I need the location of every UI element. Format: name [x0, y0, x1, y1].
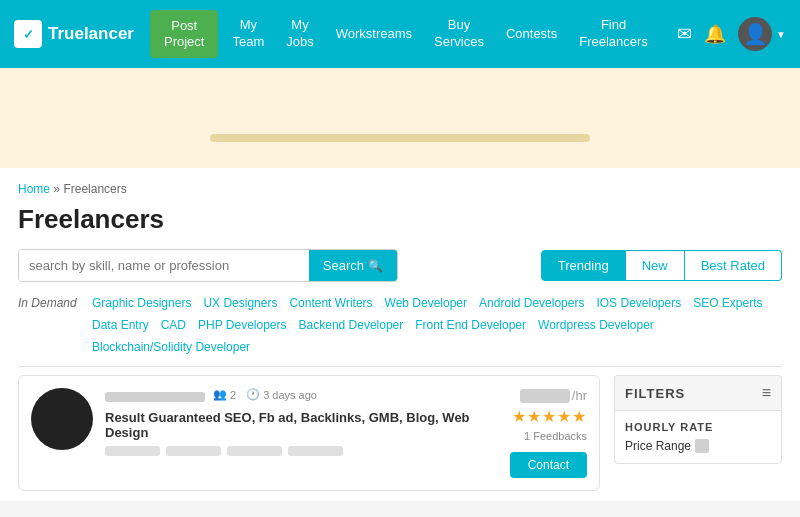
tab-best-rated[interactable]: Best Rated: [685, 250, 782, 281]
post-project-button[interactable]: PostProject: [150, 10, 218, 57]
tag-cad[interactable]: CAD: [155, 316, 192, 334]
tag-seo-experts[interactable]: SEO Experts: [687, 294, 768, 312]
bell-icon[interactable]: 🔔: [704, 23, 726, 45]
avatar-icon: 👤: [743, 22, 768, 46]
listing-right: /hr ★★★★★ 1 Feedbacks Contact: [487, 388, 587, 478]
filters-icon: ≡: [762, 384, 771, 402]
tag-content-writers[interactable]: Content Writers: [283, 294, 378, 312]
filter-tabs: Trending New Best Rated: [541, 250, 782, 281]
filters-hourly-rate-title: HOURLY RATE: [625, 421, 771, 433]
listing-tag-3: [227, 446, 282, 456]
listing-name-placeholder: [105, 392, 205, 402]
breadcrumb-separator: »: [53, 182, 60, 196]
listings: 👥 2 🕐 3 days ago Result Guaranteed SEO, …: [18, 375, 600, 501]
tag-ux-designers[interactable]: UX Designers: [197, 294, 283, 312]
filters-price-block: [695, 439, 709, 453]
filters-price-range-label: Price Range: [625, 439, 691, 453]
listing-rate-value: [520, 389, 570, 403]
tag-android-developers[interactable]: Android Developers: [473, 294, 590, 312]
breadcrumb: Home » Freelancers: [18, 182, 782, 196]
my-jobs-link[interactable]: MyJobs: [278, 11, 321, 57]
banner: [0, 68, 800, 168]
buy-services-link[interactable]: BuyServices: [426, 11, 492, 57]
in-demand-label: In Demand: [18, 294, 86, 310]
content-body: 👥 2 🕐 3 days ago Result Guaranteed SEO, …: [18, 375, 782, 501]
listing-tag-2: [166, 446, 221, 456]
listing-tag-1: [105, 446, 160, 456]
listing-avatar: [31, 388, 93, 450]
tag-wordpress-developer[interactable]: Wordpress Developer: [532, 316, 660, 334]
listing-feedbacks: 1 Feedbacks: [524, 430, 587, 442]
contests-link[interactable]: Contests: [498, 20, 565, 49]
banner-content: [210, 134, 590, 142]
logo-text: Truelancer: [48, 24, 134, 44]
filters-body: HOURLY RATE Price Range: [614, 410, 782, 464]
tab-trending[interactable]: Trending: [541, 250, 626, 281]
in-demand-row: In Demand Graphic Designers UX Designers…: [18, 294, 782, 356]
filters-panel: FILTERS ≡ HOURLY RATE Price Range: [614, 375, 782, 501]
tag-php-developers[interactable]: PHP Developers: [192, 316, 293, 334]
listing-team-size: 👥 2: [213, 388, 236, 401]
nav-icons: ✉ 🔔 👤 ▼: [677, 17, 786, 51]
breadcrumb-home[interactable]: Home: [18, 182, 50, 196]
tag-blockchain-developer[interactable]: Blockchain/Solidity Developer: [86, 338, 256, 356]
people-icon: 👥: [213, 388, 227, 401]
search-row: Search 🔍 Trending New Best Rated: [18, 249, 782, 282]
mail-icon[interactable]: ✉: [677, 23, 692, 45]
avatar-chevron-icon: ▼: [776, 29, 786, 40]
tag-ios-developers[interactable]: IOS Developers: [590, 294, 687, 312]
search-button-label: Search: [323, 258, 364, 273]
navbar: ✓ Truelancer PostProject MyTeam MyJobs W…: [0, 0, 800, 68]
search-button[interactable]: Search 🔍: [309, 250, 397, 281]
filters-title: FILTERS: [625, 386, 685, 401]
listing-title: Result Guaranteed SEO, Fb ad, Backlinks,…: [105, 410, 475, 440]
tag-data-entry[interactable]: Data Entry: [86, 316, 155, 334]
my-team-link[interactable]: MyTeam: [224, 11, 272, 57]
user-avatar-wrap[interactable]: 👤 ▼: [738, 17, 786, 51]
listing-rate-suffix: /hr: [572, 388, 587, 403]
tab-new[interactable]: New: [626, 250, 685, 281]
tag-backend-developer[interactable]: Backend Developer: [293, 316, 410, 334]
listing-time: 🕐 3 days ago: [246, 388, 317, 401]
tag-graphic-designers[interactable]: Graphic Designers: [86, 294, 197, 312]
clock-icon: 🕐: [246, 388, 260, 401]
find-freelancers-link[interactable]: FindFreelancers: [571, 11, 656, 57]
in-demand-tags: Graphic Designers UX Designers Content W…: [86, 294, 782, 356]
listing-info: 👥 2 🕐 3 days ago Result Guaranteed SEO, …: [105, 388, 475, 456]
listing-stars: ★★★★★: [512, 407, 587, 426]
avatar: 👤: [738, 17, 772, 51]
logo-icon: ✓: [14, 20, 42, 48]
tag-front-end-developer[interactable]: Front End Developer: [409, 316, 532, 334]
page-title: Freelancers: [18, 204, 782, 235]
listing-tags-row: [105, 446, 475, 456]
listing-meta: 👥 2 🕐 3 days ago: [213, 388, 317, 401]
main-content: Home » Freelancers Freelancers Search 🔍 …: [0, 168, 800, 501]
tag-web-developer[interactable]: Web Developer: [379, 294, 474, 312]
workstreams-link[interactable]: Workstreams: [328, 20, 420, 49]
listing-card: 👥 2 🕐 3 days ago Result Guaranteed SEO, …: [18, 375, 600, 491]
breadcrumb-current: Freelancers: [63, 182, 126, 196]
listing-name-bar: 👥 2 🕐 3 days ago: [105, 388, 475, 406]
contact-button[interactable]: Contact: [510, 452, 587, 478]
filters-header: FILTERS ≡: [614, 375, 782, 410]
search-input[interactable]: [19, 250, 309, 281]
search-icon: 🔍: [368, 259, 383, 273]
divider: [18, 366, 782, 367]
search-wrap: Search 🔍: [18, 249, 398, 282]
logo[interactable]: ✓ Truelancer: [14, 20, 134, 48]
listing-rate: /hr: [520, 388, 587, 403]
filters-price-range: Price Range: [625, 439, 771, 453]
listing-tag-4: [288, 446, 343, 456]
